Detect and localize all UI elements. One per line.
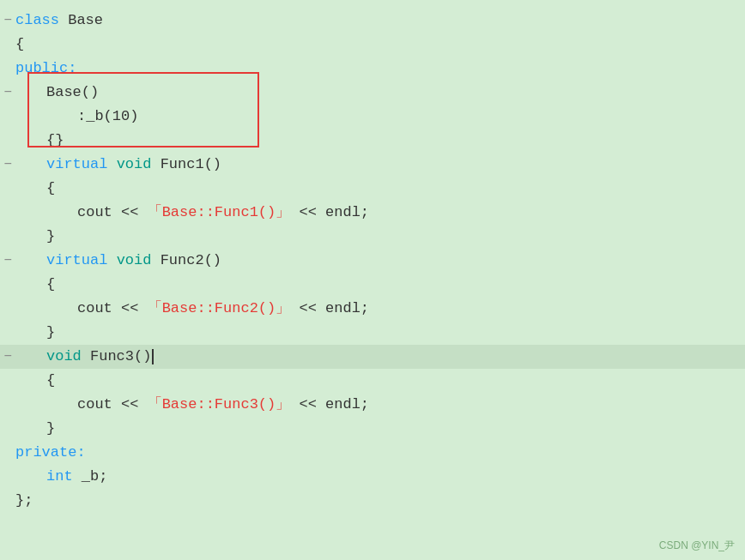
line-content: cout << 「Base::Func1()」 << endl; (77, 201, 736, 225)
code-line: } (0, 417, 745, 441)
code-line: public: (0, 57, 745, 81)
code-line: }; (0, 489, 745, 513)
line-content: class Base (15, 9, 736, 33)
watermark: CSDN @YIN_尹 (659, 539, 735, 553)
code-line: } (0, 321, 745, 345)
code-line: { (0, 177, 745, 201)
line-content: Base() (46, 81, 736, 105)
line-gutter: − (0, 157, 15, 172)
line-gutter: − (0, 13, 15, 28)
line-content: { (46, 177, 736, 201)
code-line: { (0, 33, 745, 57)
line-gutter: − (0, 253, 15, 268)
code-line: {} (0, 129, 745, 153)
code-line: { (0, 369, 745, 393)
line-content: }; (15, 489, 736, 513)
line-gutter: − (0, 85, 15, 100)
line-content: void Func3() (46, 345, 736, 369)
code-line: cout << 「Base::Func1()」 << endl; (0, 201, 745, 225)
code-line: −void Func3() (0, 345, 745, 369)
line-content: private: (15, 441, 736, 465)
line-content: {} (46, 129, 736, 153)
line-content: { (15, 33, 736, 57)
code-line: :_b(10) (0, 105, 745, 129)
line-content: { (46, 273, 736, 297)
code-line: private: (0, 441, 745, 465)
code-line: } (0, 225, 745, 249)
code-line: int _b; (0, 465, 745, 489)
code-line: −Base() (0, 81, 745, 105)
line-content: cout << 「Base::Func2()」 << endl; (77, 297, 736, 321)
line-content: cout << 「Base::Func3()」 << endl; (77, 393, 736, 417)
line-gutter: − (0, 349, 15, 364)
line-content: :_b(10) (77, 105, 736, 129)
line-content: public: (15, 57, 736, 81)
line-content: } (46, 225, 736, 249)
text-cursor (152, 349, 154, 364)
line-content: } (46, 417, 736, 441)
code-line: cout << 「Base::Func2()」 << endl; (0, 297, 745, 321)
code-line: −class Base (0, 9, 745, 33)
code-line: −virtual void Func1() (0, 153, 745, 177)
code-line: { (0, 273, 745, 297)
code-line: cout << 「Base::Func3()」 << endl; (0, 393, 745, 417)
code-editor: −class Base{public:−Base():_b(10){}−virt… (0, 0, 745, 560)
line-content: virtual void Func1() (46, 153, 736, 177)
code-line: −virtual void Func2() (0, 249, 745, 273)
line-content: } (46, 321, 736, 345)
line-content: virtual void Func2() (46, 249, 736, 273)
line-content: int _b; (46, 465, 736, 489)
line-content: { (46, 369, 736, 393)
